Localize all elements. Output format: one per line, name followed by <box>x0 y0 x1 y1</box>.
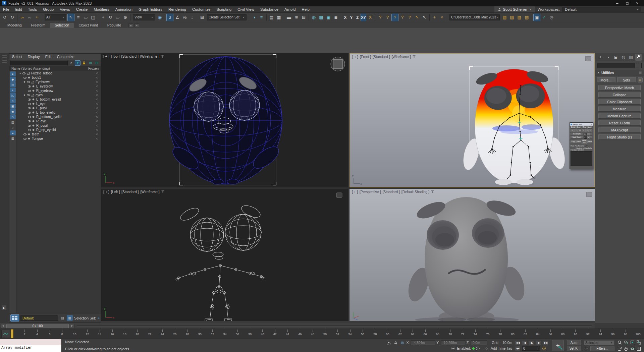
tree-row[interactable]: R_bottom_eyelid <box>16 115 101 119</box>
visibility-eye-icon[interactable] <box>27 81 30 83</box>
tolerance-value[interactable]: 0.1m <box>585 145 589 147</box>
explorer-menu-select[interactable]: Select <box>9 55 25 59</box>
listener-macro-row[interactable] <box>0 339 61 345</box>
viewport-style-menu[interactable]: [Standard ] <box>373 55 390 59</box>
weight-tool-button-blend[interactable]: Blend <box>587 140 593 143</box>
frozen-toggle[interactable] <box>95 115 99 119</box>
go-to-end-button[interactable]: ▶▶| <box>543 340 549 345</box>
active-layer-dropdown[interactable]: Default <box>20 315 58 321</box>
viewport-style-menu[interactable]: [Standard ] <box>121 190 139 194</box>
viewport-left[interactable]: xy [ + ] [Left ] [Standard ] [Wireframe … <box>101 189 348 321</box>
key-selection-dropdown[interactable]: Selected ▼ <box>584 340 614 345</box>
project-folder-icon-4[interactable]: ▨ <box>523 14 530 21</box>
macro-add-icon[interactable]: + <box>431 14 438 21</box>
ribbon-tab-selection[interactable]: Selection <box>50 23 74 28</box>
filter-visibility-icon[interactable]: ◕ <box>10 130 16 135</box>
validity-check-icon[interactable]: ✓ <box>541 14 548 21</box>
visibility-eye-icon[interactable] <box>28 125 31 127</box>
tree-row[interactable]: ▼Eyebrows <box>16 80 101 84</box>
select-object-icon[interactable]: ↖ <box>67 14 74 21</box>
y-coord-field[interactable]: -10.298m <box>441 340 465 345</box>
visibility-eye-icon[interactable] <box>28 129 31 131</box>
z-coord-field[interactable]: 0.0m <box>471 340 487 345</box>
top-viewport-canvas[interactable]: xy <box>101 53 348 187</box>
menu-create[interactable]: Create <box>73 6 91 12</box>
set-keys-button[interactable]: + <box>552 340 564 351</box>
weight-tool-button-ring[interactable]: Ring <box>582 126 587 129</box>
zoom-icon[interactable] <box>616 339 623 346</box>
weight-tool-button-loop[interactable]: Loop <box>587 126 593 129</box>
macro-cursor-icon-1[interactable]: ↖ <box>414 14 421 21</box>
perspective-viewport-canvas[interactable] <box>350 189 595 321</box>
tab-display-icon[interactable]: ▥ <box>628 54 634 61</box>
filter-geometry-icon[interactable]: ● <box>10 71 16 76</box>
material-editor-icon[interactable]: ◍ <box>310 14 317 21</box>
key-filters-button[interactable]: Filters... <box>590 346 614 351</box>
render-setup-icon[interactable]: ▩ <box>318 14 325 21</box>
ribbon-tab-object-paint[interactable]: Object Paint <box>74 23 102 28</box>
viewport-shading-menu[interactable]: [Wireframe ] <box>140 190 159 194</box>
macro-snap-icon-1[interactable]: ? <box>377 14 384 21</box>
viewport-view-menu[interactable]: [Top ] <box>111 54 120 58</box>
viewport-settings-icon[interactable] <box>586 192 592 197</box>
viewport-menu-plus[interactable]: [ + ] <box>352 190 358 194</box>
close-icon[interactable]: × <box>591 123 592 125</box>
orbit-icon[interactable] <box>629 346 636 352</box>
frozen-column-header[interactable]: Frozen <box>88 67 99 70</box>
filter-shapes-icon[interactable]: ◆ <box>10 77 16 82</box>
show-left-dock-button[interactable]: ▶ <box>2 305 6 310</box>
expand-arrow-icon[interactable]: ▼ <box>23 94 26 96</box>
menu-substance[interactable]: Substance <box>257 6 281 12</box>
frozen-toggle[interactable] <box>95 72 99 75</box>
viewcube[interactable] <box>331 57 345 71</box>
axis-xy-button[interactable]: XY <box>361 14 366 21</box>
expand-tree-icon[interactable]: ⊞ <box>88 60 93 66</box>
select-and-place-icon[interactable]: ⊕ <box>122 14 129 21</box>
reference-coordinate-system-dropdown[interactable]: View▼ <box>133 14 155 20</box>
visibility-eye-icon[interactable] <box>28 120 31 122</box>
snaps-toggle-3d-icon[interactable]: 3 <box>166 14 173 21</box>
macro-snap-icon-5[interactable]: ? <box>406 14 413 21</box>
minimize-button[interactable]: – <box>612 1 622 6</box>
visibility-eye-icon[interactable] <box>28 103 31 105</box>
utility-sets-button[interactable]: Sets <box>617 77 636 83</box>
tab-modify-icon[interactable]: ◔ <box>605 54 611 61</box>
visibility-eye-icon[interactable] <box>22 72 25 74</box>
viewport-view-menu[interactable]: [Perspective ] <box>360 190 381 194</box>
more-utilities-button[interactable]: More... <box>597 77 615 83</box>
spinner-snap-toggle-icon[interactable]: ↕ <box>189 14 196 21</box>
node-label[interactable]: R_eye <box>36 119 46 123</box>
maxscript-mini-listener[interactable]: Array modifier <box>0 339 62 352</box>
welcome-screen-icon[interactable] <box>450 346 456 351</box>
tab-utilities-icon[interactable] <box>635 54 642 61</box>
visibility-eye-icon[interactable] <box>28 116 31 118</box>
front-viewport-canvas[interactable]: xy <box>350 54 594 187</box>
node-label[interactable]: L_top_eyelid <box>36 111 55 114</box>
align-icon[interactable]: ≡ <box>258 14 265 21</box>
tree-row[interactable]: R_eyebrow <box>16 89 101 93</box>
frozen-toggle[interactable] <box>95 111 99 114</box>
selection-filter-dropdown[interactable]: All▼ <box>45 14 66 20</box>
project-folder-icon-2[interactable]: ▨ <box>508 14 516 21</box>
menu-modifiers[interactable]: Modifiers <box>91 6 112 12</box>
select-by-name-icon[interactable]: ≡ <box>75 14 82 21</box>
time-slider-handle[interactable]: 0 / 100 <box>6 324 69 328</box>
node-label[interactable]: teeth <box>32 132 39 136</box>
object-color-swatch[interactable] <box>636 63 642 68</box>
weight-tool-button-copy[interactable]: Copy <box>571 140 576 143</box>
close-button[interactable]: × <box>633 1 642 6</box>
menu-help[interactable]: Help <box>299 6 313 12</box>
window-crossing-icon[interactable]: ◫ <box>90 14 97 21</box>
tree-row[interactable]: L_eye <box>16 102 101 106</box>
utility-button-maxscript[interactable]: MAXScript <box>598 127 641 133</box>
node-label[interactable]: eyes <box>36 93 43 97</box>
angle-snap-toggle-icon[interactable]: ∠ <box>174 14 181 21</box>
object-name-field[interactable] <box>597 63 635 68</box>
tree-row[interactable]: R_top_eyelid <box>16 128 101 132</box>
frozen-toggle[interactable] <box>95 133 99 136</box>
filter-materials-icon[interactable]: ◌ <box>10 125 16 130</box>
filter-xrefs-icon[interactable]: ◉ <box>10 109 16 114</box>
expand-arrow-icon[interactable]: ▼ <box>23 81 26 83</box>
select-and-rotate-icon[interactable]: ↻ <box>107 14 114 21</box>
frozen-toggle[interactable] <box>95 94 99 97</box>
